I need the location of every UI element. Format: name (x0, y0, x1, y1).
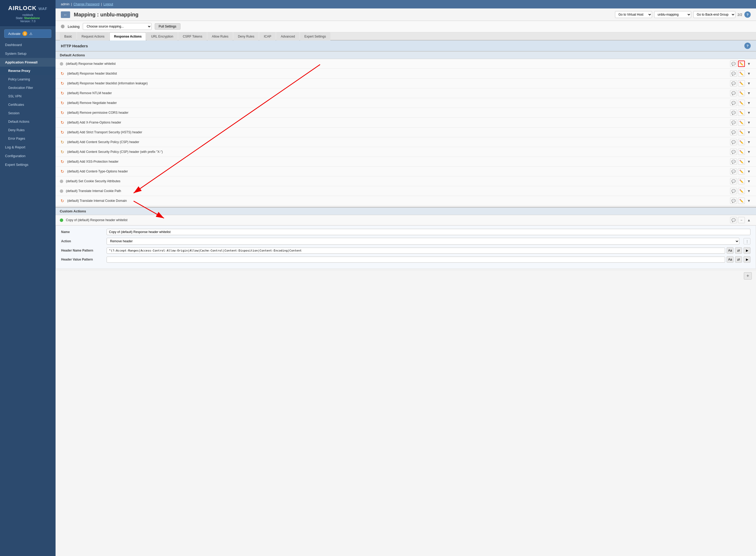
header-value-pattern-input[interactable] (107, 256, 725, 263)
sidebar-item-reverse-proxy[interactable]: Reverse Proxy (0, 67, 56, 75)
name-input[interactable] (107, 229, 750, 235)
source-mapping-select[interactable]: Choose source mapping... (83, 23, 151, 30)
test-btn[interactable]: ▶ (744, 247, 750, 254)
minus-button[interactable]: − (738, 217, 745, 223)
tab-response-actions[interactable]: Response Actions (109, 32, 146, 40)
header-name-pattern-input[interactable] (107, 248, 725, 254)
comment-button[interactable]: 💬 (730, 90, 737, 96)
chevron-button[interactable]: ▼ (746, 91, 752, 96)
chevron-button[interactable]: ▼ (746, 120, 752, 125)
reorder-icon[interactable]: ⋮ (744, 238, 750, 244)
edit-button[interactable]: ✏️ (738, 70, 745, 77)
chevron-button[interactable]: ▼ (746, 71, 752, 76)
sidebar-item-ssl-vpn[interactable]: SSL VPN (0, 92, 56, 101)
sidebar-item-log-report[interactable]: Log & Report (0, 143, 56, 151)
chevron-button[interactable]: ▼ (746, 100, 752, 106)
comment-button[interactable]: 💬 (730, 149, 737, 155)
edit-button[interactable]: ✏️ (738, 80, 745, 86)
chevron-button[interactable]: ▼ (746, 139, 752, 145)
action-label: (default) Add Content Security Policy (C… (67, 140, 727, 144)
tab-url-encryption[interactable]: URL Encryption (146, 32, 178, 40)
chevron-button[interactable]: ▼ (746, 169, 752, 174)
tab-csrf-tokens[interactable]: CSRF Tokens (178, 32, 207, 40)
sidebar-item-default-actions[interactable]: Default Actions (0, 117, 56, 126)
tab-expert-settings[interactable]: Expert Settings (300, 32, 331, 40)
back-button[interactable]: ← (61, 11, 70, 18)
tab-advanced[interactable]: Advanced (276, 32, 299, 40)
case-sensitive-btn[interactable]: Aa (727, 247, 733, 254)
regex-btn2[interactable]: ⇄ (735, 256, 742, 263)
edit-button[interactable]: ✏️ (738, 198, 745, 204)
chevron-button[interactable]: ▼ (746, 130, 752, 135)
comment-button[interactable]: 💬 (730, 178, 737, 184)
chevron-button[interactable]: ▼ (746, 198, 752, 203)
section-help-button[interactable]: ? (744, 43, 751, 49)
comment-button[interactable]: 💬 (730, 139, 737, 145)
activate-label: Activate (8, 32, 21, 36)
comment-button[interactable]: 💬 (730, 119, 737, 126)
goto-virtualhost-select[interactable]: Go to Virtual Host (615, 11, 652, 18)
add-button-row: + (56, 270, 756, 282)
comment-button[interactable]: 💬 (730, 100, 737, 106)
comment-button[interactable]: 💬 (730, 159, 737, 165)
comment-button[interactable]: 💬 (730, 198, 737, 204)
test-btn2[interactable]: ▶ (744, 256, 750, 263)
comment-button[interactable]: 💬 (730, 168, 737, 175)
comment-button[interactable]: 💬 (730, 61, 737, 67)
edit-button[interactable]: ✏️ (738, 119, 745, 126)
edit-button[interactable]: ✏️ (738, 100, 745, 106)
regex-btn[interactable]: ⇄ (735, 247, 742, 254)
edit-button[interactable]: ✏️ (738, 61, 745, 67)
mapping-select[interactable]: unblu-mapping (654, 11, 691, 18)
pull-settings-button[interactable]: Pull Settings (155, 23, 180, 30)
goto-backend-select[interactable]: Go to Back-end Group (693, 11, 735, 18)
tab-icap[interactable]: ICAP (259, 32, 276, 40)
sidebar-item-application-firewall[interactable]: Application Firewall (0, 58, 56, 67)
comment-button[interactable]: 💬 (730, 217, 737, 223)
comment-button[interactable]: 💬 (730, 70, 737, 77)
action-label: (default) Translate Internal Cookie Doma… (67, 199, 727, 203)
case-sensitive-btn2[interactable]: Aa (727, 256, 733, 263)
chevron-button[interactable]: ▼ (746, 149, 752, 154)
help-button[interactable]: ? (744, 11, 751, 18)
edit-button[interactable]: ✏️ (738, 159, 745, 165)
chevron-button[interactable]: ▼ (746, 110, 752, 115)
sidebar-item-expert-settings[interactable]: Expert Settings (0, 160, 56, 169)
sidebar-item-system-setup[interactable]: System Setup (0, 49, 56, 58)
chevron-button[interactable]: ▼ (746, 178, 752, 184)
edit-button[interactable]: ✏️ (738, 188, 745, 194)
edit-button[interactable]: ✏️ (738, 149, 745, 155)
sidebar-item-geolocation-filter[interactable]: Geolocation Filter (0, 83, 56, 92)
edit-button[interactable]: ✏️ (738, 139, 745, 145)
logout-link[interactable]: Logout (103, 2, 113, 6)
change-password-link[interactable]: Change Password (73, 2, 99, 6)
sidebar-item-certificates[interactable]: Certificates (0, 101, 56, 109)
add-button[interactable]: + (744, 272, 752, 280)
collapse-button[interactable]: ▲ (746, 217, 752, 223)
tab-request-actions[interactable]: Request Actions (77, 32, 109, 40)
sidebar-item-dashboard[interactable]: Dashboard (0, 40, 56, 49)
chevron-button[interactable]: ▼ (746, 159, 752, 164)
tab-deny-rules[interactable]: Deny Rules (233, 32, 259, 40)
edit-button[interactable]: ✏️ (738, 168, 745, 175)
sidebar-item-error-pages[interactable]: Error Pages (0, 134, 56, 143)
comment-button[interactable]: 💬 (730, 188, 737, 194)
sidebar-item-configuration[interactable]: Configuration (0, 151, 56, 160)
sidebar-item-policy-learning[interactable]: Policy Learning (0, 75, 56, 83)
edit-button[interactable]: ✏️ (738, 109, 745, 116)
sidebar-item-deny-rules[interactable]: Deny Rules (0, 126, 56, 134)
comment-button[interactable]: 💬 (730, 80, 737, 86)
activate-button[interactable]: Activate 1 ⚠ (4, 29, 51, 38)
tab-allow-rules[interactable]: Allow Rules (207, 32, 233, 40)
edit-button[interactable]: ✏️ (738, 129, 745, 135)
edit-button[interactable]: ✏️ (738, 90, 745, 96)
chevron-button[interactable]: ▼ (746, 81, 752, 86)
tab-basic[interactable]: Basic (60, 32, 76, 40)
comment-button[interactable]: 💬 (730, 109, 737, 116)
chevron-button[interactable]: ▼ (746, 188, 752, 194)
edit-button[interactable]: ✏️ (738, 178, 745, 184)
chevron-button[interactable]: ▼ (746, 61, 752, 66)
comment-button[interactable]: 💬 (730, 129, 737, 135)
sidebar-item-session[interactable]: Session (0, 109, 56, 117)
action-select[interactable]: Remove header (107, 238, 739, 245)
